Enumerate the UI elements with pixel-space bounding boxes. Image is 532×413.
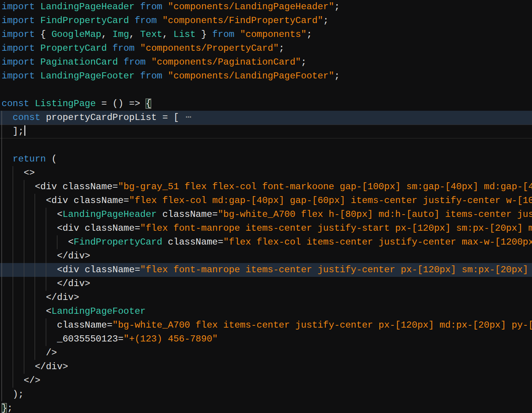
token: className= — [57, 320, 112, 330]
token: GoogleMap — [52, 29, 102, 40]
token: } — [196, 29, 212, 40]
code-line[interactable]: import FindPropertyCard from "components… — [0, 14, 532, 28]
code-line[interactable]: import PaginationCard from "components/P… — [0, 55, 532, 69]
code-line[interactable]: </div> — [0, 277, 532, 291]
indent-guide — [24, 305, 24, 318]
code-line[interactable]: </div> — [0, 249, 532, 263]
code-line[interactable]: </> — [0, 374, 532, 388]
code-line[interactable]: _6035550123="+(123) 456-7890" — [0, 332, 532, 346]
token: from — [112, 43, 135, 53]
code-line[interactable]: return ( — [0, 152, 532, 166]
indent-guide — [2, 166, 2, 180]
token — [157, 15, 162, 26]
indent-guide — [13, 221, 13, 235]
token: ); — [13, 389, 24, 400]
code-text: import LandingPageFooter from "component… — [2, 69, 340, 83]
code-text: import PropertyCard from "components/Pro… — [2, 42, 284, 55]
indent-guide — [35, 221, 35, 235]
token: "bg-gray_51 flex flex-col font-markoone … — [118, 182, 532, 192]
indent-guide — [24, 249, 24, 263]
token: "components/LandingPageFooter" — [168, 71, 334, 81]
matched-bracket: } — [2, 403, 7, 413]
code-line[interactable]: import PropertyCard from "components/Pro… — [0, 42, 532, 55]
token: </div> — [35, 361, 68, 372]
indent-guide — [46, 277, 46, 291]
indent-guide — [2, 277, 2, 291]
code-line[interactable]: <FindPropertyCard className="flex flex-c… — [0, 235, 532, 249]
indent-guide — [13, 318, 13, 332]
code-line[interactable]: const ListingPage = () => { — [0, 97, 532, 111]
token: ; — [7, 403, 12, 413]
code-line[interactable]: </div> — [0, 360, 532, 374]
code-line[interactable]: <div className="flex font-manrope items-… — [0, 221, 532, 235]
token: "bg-white_A700 flex h-[80px] md:h-[auto]… — [218, 209, 532, 220]
code-editor[interactable]: import LandingPageHeader from "component… — [0, 0, 532, 413]
code-line[interactable] — [0, 138, 532, 152]
code-line[interactable] — [0, 83, 532, 97]
indent-guide — [46, 318, 46, 332]
code-line[interactable]: }; — [0, 401, 532, 413]
indent-guide — [2, 221, 2, 235]
token: import — [2, 29, 40, 40]
code-text: return ( — [13, 152, 57, 166]
token: FindPropertyCard — [40, 15, 129, 26]
indent-guide — [24, 208, 24, 221]
code-line[interactable]: <div className="flex font-manrope items-… — [0, 263, 532, 277]
code-line[interactable]: ]; — [0, 125, 532, 138]
indent-guide — [2, 208, 2, 221]
code-text: import FindPropertyCard from "components… — [2, 14, 329, 28]
code-line[interactable]: ); — [0, 388, 532, 401]
token: ; — [334, 71, 340, 81]
token — [162, 2, 168, 12]
code-line[interactable]: </div> — [0, 291, 532, 305]
token: "flex flex-col md:gap-[40px] gap-[60px] … — [129, 195, 532, 206]
token: ; — [301, 57, 306, 67]
indent-guide — [13, 263, 13, 277]
code-line[interactable]: import LandingPageFooter from "component… — [0, 69, 532, 83]
token: , — [101, 29, 112, 40]
code-line[interactable]: import LandingPageHeader from "component… — [0, 0, 532, 14]
token: "components" — [240, 29, 306, 40]
code-text: ]; — [13, 125, 25, 138]
token: , — [129, 29, 140, 40]
indent-guide — [2, 111, 2, 125]
token: = () => — [96, 98, 146, 109]
indent-guide — [2, 388, 2, 401]
code-text: <LandingPageHeader className="bg-white_A… — [57, 208, 532, 221]
code-text: <FindPropertyCard className="flex flex-c… — [68, 235, 532, 249]
indent-guide — [13, 208, 13, 221]
code-text: <div className="flex font-manrope items-… — [57, 221, 532, 235]
indent-guide — [2, 263, 2, 277]
token: < — [68, 237, 74, 247]
code-text: const ListingPage = () => { — [2, 97, 151, 111]
code-line[interactable]: className="bg-white_A700 flex items-cent… — [0, 318, 532, 332]
token: from — [135, 15, 157, 26]
token: const — [2, 98, 35, 109]
indent-guide — [13, 180, 13, 194]
code-line[interactable]: <div className="bg-gray_51 flex flex-col… — [0, 180, 532, 194]
code-line[interactable]: <LandingPageFooter — [0, 305, 532, 318]
token: PaginationCard — [40, 57, 118, 67]
matched-bracket: { — [146, 98, 151, 109]
indent-guide — [24, 346, 24, 360]
code-text: </> — [24, 374, 40, 388]
code-line[interactable]: <LandingPageHeader className="bg-white_A… — [0, 208, 532, 221]
token — [146, 57, 151, 67]
indent-guide — [2, 194, 2, 208]
indent-guide — [24, 332, 24, 346]
token: < — [46, 306, 51, 316]
indent-guide — [35, 291, 35, 305]
code-line[interactable]: import { GoogleMap, Img, Text, List } fr… — [0, 28, 532, 42]
token: ]; — [13, 126, 24, 137]
code-line[interactable]: const propertyCardPropList = [ ⋯ — [0, 111, 532, 125]
code-line[interactable]: /> — [0, 346, 532, 360]
indent-guide — [2, 360, 2, 374]
code-text: <div className="flex font-manrope items-… — [57, 263, 532, 277]
token — [135, 2, 140, 12]
token: /> — [46, 348, 57, 358]
fold-ellipsis-icon[interactable]: ⋯ — [184, 112, 193, 123]
token: Text — [140, 29, 162, 40]
code-line[interactable]: <div className="flex flex-col md:gap-[40… — [0, 194, 532, 208]
code-line[interactable]: <> — [0, 166, 532, 180]
text-cursor — [24, 125, 25, 136]
